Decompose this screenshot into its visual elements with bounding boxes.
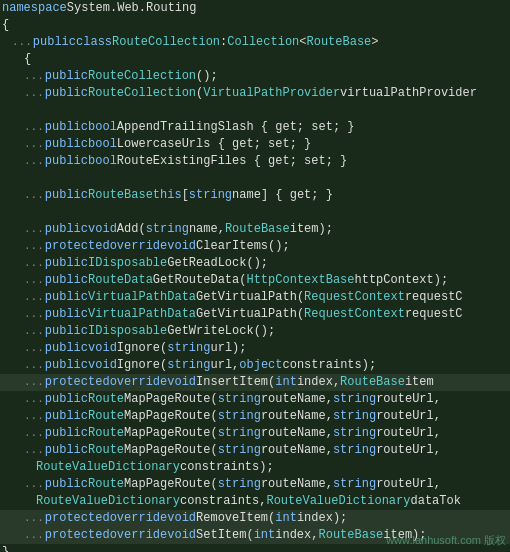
code-token: RouteValueDictionary — [266, 493, 410, 510]
code-token: IDisposable — [88, 323, 167, 340]
code-token: public — [33, 34, 76, 51]
code-token: RouteCollection — [112, 34, 220, 51]
code-token: object — [239, 357, 282, 374]
code-token: System.Web.Routing — [67, 0, 197, 17]
line-dots: ... — [24, 340, 44, 357]
code-token: RouteCollection — [88, 68, 196, 85]
code-token: void — [167, 238, 196, 255]
code-token: AppendTrailingSlash { get; set; } — [117, 119, 355, 136]
code-token: name, — [189, 221, 225, 238]
code-token: GetVirtualPath( — [196, 306, 304, 323]
code-line: ...public RouteData GetRouteData(HttpCon… — [0, 272, 510, 289]
line-dots: ... — [24, 306, 44, 323]
code-token: RouteBase — [307, 34, 372, 51]
code-token: VirtualPathData — [88, 289, 196, 306]
code-token: url, — [210, 357, 239, 374]
code-token: public — [45, 153, 88, 170]
code-token: protected — [45, 374, 110, 391]
code-token: GetVirtualPath( — [196, 289, 304, 306]
code-token: public — [45, 357, 88, 374]
code-token: public — [45, 425, 88, 442]
code-token: public — [45, 340, 88, 357]
code-token: Collection — [227, 34, 299, 51]
code-line — [0, 204, 510, 221]
code-token: GetRouteData( — [153, 272, 247, 289]
code-token: public — [45, 68, 88, 85]
code-token: index, — [297, 374, 340, 391]
code-token: protected — [45, 238, 110, 255]
code-token: MapPageRoute( — [124, 476, 218, 493]
code-token: public — [45, 476, 88, 493]
code-token: constraints, — [180, 493, 266, 510]
code-token: routeName, — [261, 391, 333, 408]
code-token: public — [45, 85, 88, 102]
code-token: string — [218, 442, 261, 459]
line-dots: ... — [24, 136, 44, 153]
code-token: void — [167, 527, 196, 544]
code-token: item — [405, 374, 434, 391]
code-token: this — [153, 187, 182, 204]
code-token: string — [218, 391, 261, 408]
code-token: RouteCollection — [88, 85, 196, 102]
code-line: ...public VirtualPathData GetVirtualPath… — [0, 289, 510, 306]
code-token: public — [45, 221, 88, 238]
code-token: { — [2, 17, 9, 34]
code-token: override — [110, 527, 168, 544]
code-line: ...public bool AppendTrailingSlash { get… — [0, 119, 510, 136]
code-token: MapPageRoute( — [124, 391, 218, 408]
code-token: void — [88, 221, 117, 238]
code-token: int — [275, 510, 297, 527]
code-token: index); — [297, 510, 347, 527]
code-line: ...public RouteCollection(); — [0, 68, 510, 85]
code-line: ...public void Add(string name, RouteBas… — [0, 221, 510, 238]
code-token: MapPageRoute( — [124, 408, 218, 425]
code-token: string — [167, 340, 210, 357]
code-token: override — [110, 238, 168, 255]
code-token: string — [146, 221, 189, 238]
code-token: public — [45, 289, 88, 306]
line-dots: ... — [24, 510, 44, 527]
code-token: { — [24, 51, 31, 68]
code-token: bool — [88, 136, 117, 153]
code-token: Route — [88, 408, 124, 425]
code-token: string — [167, 357, 210, 374]
code-line: ...public void Ignore(string url, object… — [0, 357, 510, 374]
code-line — [0, 102, 510, 119]
code-token: url); — [210, 340, 246, 357]
code-token: (); — [196, 68, 218, 85]
code-token: < — [299, 34, 306, 51]
code-token: public — [45, 323, 88, 340]
code-token: RouteExistingFiles { get; set; } — [117, 153, 347, 170]
code-token: public — [45, 136, 88, 153]
code-token: string — [333, 442, 376, 459]
code-viewer: namespace System.Web.Routing{...public c… — [0, 0, 510, 552]
code-token: routeName, — [261, 425, 333, 442]
code-token: int — [275, 374, 297, 391]
code-token: namespace — [2, 0, 67, 17]
line-dots: ... — [24, 391, 44, 408]
line-dots: ... — [24, 119, 44, 136]
code-token: VirtualPathData — [88, 306, 196, 323]
code-token: RequestContext — [304, 289, 405, 306]
code-token: routeUrl, — [376, 476, 441, 493]
code-line: ...public VirtualPathData GetVirtualPath… — [0, 306, 510, 323]
code-token: Route — [88, 425, 124, 442]
line-dots: ... — [24, 357, 44, 374]
code-line: ...public bool RouteExistingFiles { get;… — [0, 153, 510, 170]
code-token: Route — [88, 476, 124, 493]
code-token: bool — [88, 153, 117, 170]
code-token: routeName, — [261, 408, 333, 425]
code-token: protected — [45, 510, 110, 527]
code-token: index, — [275, 527, 318, 544]
code-token: routeUrl, — [376, 442, 441, 459]
code-token: constraints); — [180, 459, 274, 476]
code-token: RouteBase — [225, 221, 290, 238]
code-line: { — [0, 17, 510, 34]
code-line: { — [0, 51, 510, 68]
code-token: Ignore( — [117, 357, 167, 374]
code-token: public — [45, 119, 88, 136]
code-token: override — [110, 510, 168, 527]
code-token: routeName, — [261, 476, 333, 493]
code-line: ...public Route MapPageRoute(string rout… — [0, 391, 510, 408]
code-token: IDisposable — [88, 255, 167, 272]
